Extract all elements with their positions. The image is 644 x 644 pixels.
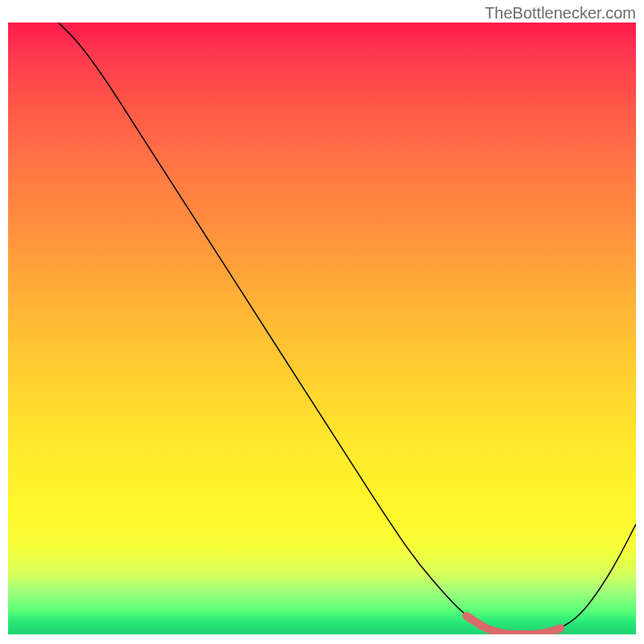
bottleneck-curve-line [58,23,636,634]
chart-area [8,23,636,634]
curve-overlay [8,23,636,634]
highlight-segment-line [466,616,560,634]
watermark-text: TheBottlenecker.com [485,4,636,23]
